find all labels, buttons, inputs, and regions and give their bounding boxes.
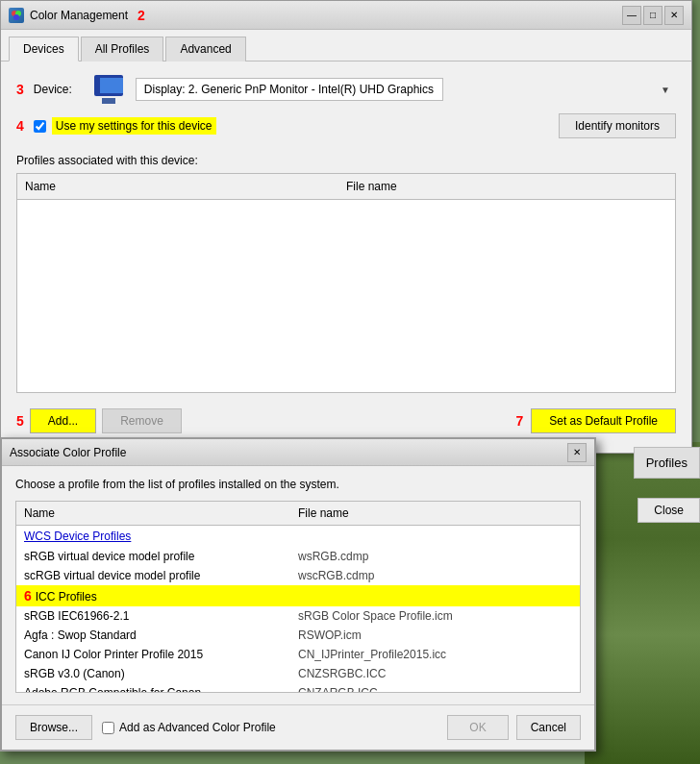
device-dropdown-wrapper: Display: 2. Generic PnP Monitor - Intel(…	[136, 78, 676, 101]
main-window: Color Management 2 — □ ✕ Devices All Pro…	[0, 0, 692, 454]
tab-bar: Devices All Profiles Advanced	[1, 30, 691, 62]
title-bar: Color Management 2 — □ ✕	[1, 1, 691, 30]
minimize-button[interactable]: —	[622, 6, 641, 25]
profile-filename: CNZARGB.ICC	[298, 686, 572, 693]
monitor-icon	[91, 75, 126, 104]
monitor-body	[94, 75, 123, 96]
assoc-description: Choose a profile from the list of profil…	[15, 478, 581, 491]
profiles-list[interactable]: Name File name WCS Device Profiles sRGB …	[15, 501, 581, 693]
tab-all-profiles[interactable]: All Profiles	[81, 37, 164, 62]
profile-filename: RSWOP.icm	[298, 628, 572, 642]
browse-button[interactable]: Browse...	[15, 715, 92, 740]
profiles-list-header: Name File name	[16, 502, 580, 526]
profile-name: Agfa : Swop Standard	[24, 628, 298, 642]
tab-advanced[interactable]: Advanced	[165, 37, 245, 62]
close-sidebar-button[interactable]: Close	[638, 498, 700, 523]
annotation-5: 5	[16, 413, 24, 429]
tab-devices[interactable]: Devices	[9, 37, 79, 62]
assoc-content: Choose a profile from the list of profil…	[2, 466, 594, 704]
profiles-sidebar-button[interactable]: Profiles	[634, 447, 700, 479]
table-header: Name File name	[17, 174, 675, 200]
profile-filename: sRGB Color Space Profile.icm	[298, 609, 572, 623]
annotation-7: 7	[515, 413, 523, 429]
list-item[interactable]: sRGB virtual device model profile wsRGB.…	[16, 547, 580, 566]
pl-col-filename: File name	[298, 506, 572, 520]
close-button[interactable]: ✕	[664, 6, 684, 25]
profile-name: sRGB virtual device model profile	[24, 550, 298, 563]
maximize-button[interactable]: □	[643, 6, 662, 25]
icc-group-annotation: 6	[24, 588, 36, 604]
btn-left-group: 5 Add... Remove	[16, 408, 182, 433]
assoc-bottom-right: OK Cancel	[447, 715, 581, 740]
add-advanced-label: Add as Advanced Color Profile	[102, 721, 276, 734]
window-title: Color Management	[30, 9, 128, 22]
assoc-close-button[interactable]: ✕	[567, 443, 587, 462]
background-grass	[585, 442, 700, 764]
title-annotation: 2	[138, 8, 145, 23]
close-area: Close	[638, 498, 700, 523]
list-item[interactable]: Adobe RGB Compatible for Canon CNZARGB.I…	[16, 683, 580, 693]
checkbox-left: 4 Use my settings for this device	[16, 117, 216, 135]
add-advanced-checkbox[interactable]	[102, 722, 114, 734]
bottom-buttons: 5 Add... Remove 7 Set as Default Profile	[16, 403, 676, 439]
profiles-section-label: Profiles associated with this device:	[16, 154, 676, 167]
identify-monitors-button[interactable]: Identify monitors	[559, 113, 676, 138]
monitor-stand	[102, 98, 115, 104]
ok-button[interactable]: OK	[447, 715, 508, 740]
remove-button[interactable]: Remove	[102, 408, 182, 433]
device-dropdown[interactable]: Display: 2. Generic PnP Monitor - Intel(…	[136, 78, 443, 101]
profile-name: Canon IJ Color Printer Profile 2015	[24, 648, 298, 661]
associate-color-profile-dialog: Associate Color Profile ✕ Choose a profi…	[0, 437, 596, 752]
cancel-button[interactable]: Cancel	[516, 715, 581, 740]
list-item[interactable]: Canon IJ Color Printer Profile 2015 CN_I…	[16, 645, 580, 664]
btn-right-group: 7 Set as Default Profile	[515, 408, 676, 433]
profile-filename: CNZSRGBC.ICC	[298, 667, 572, 680]
device-label: Device:	[34, 83, 82, 96]
profile-filename: CN_IJPrinter_Profile2015.icc	[298, 648, 572, 661]
profiles-table: Name File name	[16, 173, 676, 393]
col-header-filename: File name	[346, 180, 667, 193]
title-controls: — □ ✕	[622, 6, 684, 25]
annotation-4: 4	[16, 118, 24, 134]
list-item[interactable]: scRGB virtual device model profile wscRG…	[16, 566, 580, 585]
list-item[interactable]: sRGB IEC61966-2.1 sRGB Color Space Profi…	[16, 606, 580, 626]
assoc-dialog-title: Associate Color Profile	[10, 446, 126, 459]
color-management-icon	[9, 8, 24, 23]
profile-name: sRGB IEC61966-2.1	[24, 609, 298, 623]
assoc-bottom-left: Browse... Add as Advanced Color Profile	[15, 715, 276, 740]
dropdown-arrow-icon: ▼	[661, 85, 670, 95]
assoc-bottom: Browse... Add as Advanced Color Profile …	[2, 704, 594, 750]
checkbox-label: Use my settings for this device	[52, 117, 216, 135]
profile-name: sRGB v3.0 (Canon)	[24, 667, 298, 680]
assoc-title-bar: Associate Color Profile ✕	[2, 439, 594, 466]
annotation-3: 3	[16, 82, 24, 97]
use-settings-checkbox[interactable]	[34, 120, 46, 133]
profile-filename: wsRGB.cdmp	[298, 550, 572, 563]
profile-filename: wscRGB.cdmp	[298, 569, 572, 582]
icc-group-header: 6 ICC Profiles	[16, 585, 580, 606]
profile-name: scRGB virtual device model profile	[24, 569, 298, 582]
add-button[interactable]: Add...	[30, 408, 96, 433]
wcs-group-header[interactable]: WCS Device Profiles	[16, 526, 580, 547]
profile-name: Adobe RGB Compatible for Canon	[24, 686, 298, 693]
col-header-name: Name	[25, 180, 346, 193]
table-body	[17, 200, 675, 392]
pl-col-name: Name	[24, 506, 298, 520]
set-default-profile-button[interactable]: Set as Default Profile	[531, 408, 676, 433]
content-area: 3 Device: Display: 2. Generic PnP Monito…	[1, 62, 691, 453]
list-item[interactable]: Agfa : Swop Standard RSWOP.icm	[16, 626, 580, 645]
checkbox-row: 4 Use my settings for this device Identi…	[16, 113, 676, 138]
title-bar-left: Color Management 2	[9, 8, 145, 23]
svg-point-2	[13, 14, 19, 20]
list-item[interactable]: sRGB v3.0 (Canon) CNZSRGBC.ICC	[16, 664, 580, 683]
device-row: 3 Device: Display: 2. Generic PnP Monito…	[16, 75, 676, 104]
profiles-sidebar-label: Profiles	[646, 456, 688, 470]
monitor-screen	[100, 78, 123, 93]
